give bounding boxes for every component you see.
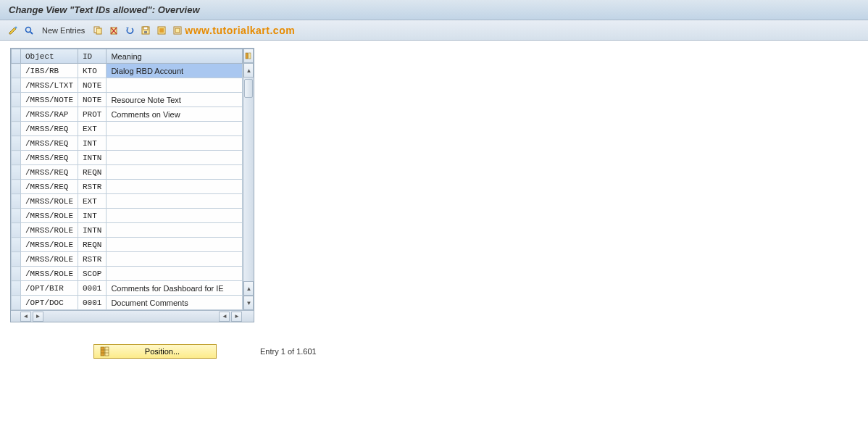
row-selector[interactable] <box>12 151 21 165</box>
cell-object[interactable]: /MRSS/ROLE <box>21 252 78 267</box>
cell-meaning[interactable] <box>107 238 243 252</box>
find-icon[interactable] <box>23 25 35 36</box>
cell-object[interactable]: /MRSS/REQ <box>21 180 78 194</box>
cell-id[interactable]: EXT <box>78 122 107 136</box>
config-columns-icon[interactable] <box>243 49 254 63</box>
table-row[interactable]: /MRSS/ROLERSTR <box>12 252 243 267</box>
table-row[interactable]: /MRSS/ROLEEXT <box>12 194 243 209</box>
scroll-left-end-icon[interactable]: ◄ <box>219 312 230 322</box>
copy-icon[interactable] <box>92 25 104 36</box>
cell-object[interactable]: /MRSS/REQ <box>21 122 78 136</box>
row-selector[interactable] <box>12 194 21 209</box>
table-row[interactable]: /MRSS/NOTENOTEResource Note Text <box>12 93 243 107</box>
row-selector[interactable] <box>12 165 21 180</box>
row-selector[interactable] <box>12 122 21 136</box>
cell-object[interactable]: /MRSS/REQ <box>21 136 78 151</box>
cell-meaning[interactable] <box>107 252 243 267</box>
table-row[interactable]: /OPT/DOC0001Document Comments <box>12 296 243 310</box>
cell-id[interactable]: REQN <box>78 238 107 252</box>
scroll-thumb[interactable] <box>244 79 253 98</box>
table-row[interactable]: /MRSS/REQINT <box>12 136 243 151</box>
column-header-meaning[interactable]: Meaning <box>107 49 243 64</box>
table-row[interactable]: /IBS/RBKTODialog RBD Account <box>12 64 243 78</box>
table-row[interactable]: /MRSS/REQEXT <box>12 122 243 136</box>
vertical-scrollbar[interactable]: ▲ ▲ ▼ <box>243 49 254 310</box>
scroll-right-icon[interactable]: ► <box>33 312 43 322</box>
cell-object[interactable]: /MRSS/ROLE <box>21 238 78 252</box>
scroll-page-up-icon[interactable]: ▲ <box>243 281 254 296</box>
table-row[interactable]: /OPT/BIR0001Comments for Dashboard for I… <box>12 281 243 296</box>
cell-meaning[interactable]: Document Comments <box>107 296 243 310</box>
row-selector[interactable] <box>12 180 21 194</box>
cell-meaning[interactable] <box>107 151 243 165</box>
table-row[interactable]: /MRSS/ROLEREQN <box>12 238 243 252</box>
table-row[interactable]: /MRSS/REQINTN <box>12 151 243 165</box>
cell-id[interactable]: RSTR <box>78 252 107 267</box>
cell-object[interactable]: /MRSS/ROLE <box>21 223 78 238</box>
cell-meaning[interactable]: Comments on View <box>107 107 243 122</box>
column-header-object[interactable]: Object <box>21 49 78 64</box>
save-icon[interactable] <box>140 25 151 36</box>
cell-id[interactable]: NOTE <box>78 78 107 93</box>
cell-id[interactable]: RSTR <box>78 180 107 194</box>
row-selector[interactable] <box>12 136 21 151</box>
row-selector[interactable] <box>12 252 21 267</box>
horizontal-scrollbar[interactable]: ◄ ► ◄ ► <box>11 310 254 322</box>
cell-id[interactable]: 0001 <box>78 281 107 296</box>
table-row[interactable]: /MRSS/RAPPROTComments on View <box>12 107 243 122</box>
row-selector[interactable] <box>12 296 21 310</box>
data-table[interactable]: Object ID Meaning /IBS/RBKTODialog RBD A… <box>11 49 243 310</box>
cell-meaning[interactable] <box>107 194 243 209</box>
cell-object[interactable]: /MRSS/REQ <box>21 151 78 165</box>
row-selector[interactable] <box>12 107 21 122</box>
select-all-icon[interactable] <box>156 25 167 36</box>
cell-object[interactable]: /IBS/RB <box>21 64 78 78</box>
cell-meaning[interactable] <box>107 136 243 151</box>
cell-object[interactable]: /MRSS/ROLE <box>21 267 78 281</box>
cell-object[interactable]: /MRSS/LTXT <box>21 78 78 93</box>
cell-id[interactable]: INT <box>78 136 107 151</box>
cell-meaning[interactable] <box>107 223 243 238</box>
row-selector[interactable] <box>12 223 21 238</box>
cell-id[interactable]: SCOP <box>78 267 107 281</box>
cell-id[interactable]: INT <box>78 209 107 223</box>
row-selector[interactable] <box>12 238 21 252</box>
cell-object[interactable]: /MRSS/ROLE <box>21 194 78 209</box>
scroll-track[interactable] <box>243 78 254 281</box>
table-row[interactable]: /MRSS/LTXTNOTE <box>12 78 243 93</box>
table-row[interactable]: /MRSS/ROLEINT <box>12 209 243 223</box>
cell-meaning[interactable] <box>107 209 243 223</box>
new-entries-button[interactable]: New Entries <box>39 26 88 35</box>
cell-meaning[interactable]: Dialog RBD Account <box>107 64 243 78</box>
select-all-header[interactable] <box>12 49 21 64</box>
cell-id[interactable]: REQN <box>78 165 107 180</box>
cell-object[interactable]: /MRSS/RAP <box>21 107 78 122</box>
row-selector[interactable] <box>12 64 21 78</box>
cell-meaning[interactable]: Comments for Dashboard for IE <box>107 281 243 296</box>
cell-id[interactable]: INTN <box>78 223 107 238</box>
cell-id[interactable]: KTO <box>78 64 107 78</box>
row-selector[interactable] <box>12 267 21 281</box>
cell-id[interactable]: EXT <box>78 194 107 209</box>
cell-meaning[interactable] <box>107 180 243 194</box>
undo-icon[interactable] <box>124 25 135 36</box>
cell-id[interactable]: PROT <box>78 107 107 122</box>
cell-id[interactable]: NOTE <box>78 93 107 107</box>
table-row[interactable]: /MRSS/REQRSTR <box>12 180 243 194</box>
position-button[interactable]: Position... <box>93 344 217 359</box>
cell-meaning[interactable] <box>107 122 243 136</box>
toggle-display-change-icon[interactable] <box>7 25 19 36</box>
row-selector[interactable] <box>12 93 21 107</box>
cell-id[interactable]: INTN <box>78 151 107 165</box>
scroll-left-icon[interactable]: ◄ <box>20 312 31 322</box>
table-row[interactable]: /MRSS/REQREQN <box>12 165 243 180</box>
column-header-id[interactable]: ID <box>78 49 107 64</box>
scroll-down-icon[interactable]: ▼ <box>243 296 254 310</box>
cell-meaning[interactable] <box>107 165 243 180</box>
table-row[interactable]: /MRSS/ROLESCOP <box>12 267 243 281</box>
row-selector[interactable] <box>12 281 21 296</box>
cell-object[interactable]: /MRSS/NOTE <box>21 93 78 107</box>
scroll-up-icon[interactable]: ▲ <box>243 63 254 78</box>
row-selector[interactable] <box>12 209 21 223</box>
cell-object[interactable]: /OPT/BIR <box>21 281 78 296</box>
